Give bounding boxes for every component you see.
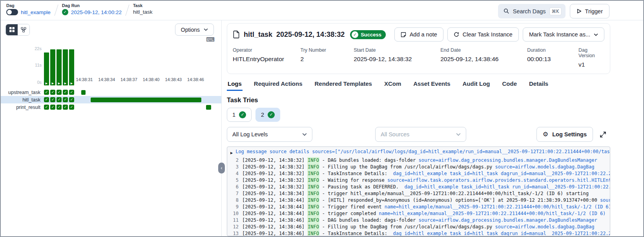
- tabs: LogsRequired ActionsRendered TemplatesXC…: [227, 79, 610, 91]
- play-icon: ▶: [69, 82, 74, 85]
- tab-logs[interactable]: Logs: [227, 79, 243, 91]
- graph-view-button[interactable]: [18, 24, 29, 35]
- try-number: 2: [261, 112, 264, 118]
- log-link[interactable]: dag_id=hitl_example: [404, 184, 458, 190]
- success-square-icon[interactable]: ✓: [69, 90, 74, 95]
- dag-link[interactable]: hitl_example: [21, 9, 51, 15]
- success-square-icon[interactable]: ✓: [50, 105, 55, 110]
- log-message: - Filling up the DagBag from /usr/local/…: [322, 224, 595, 230]
- log-link[interactable]: dagrun_id=manual__2025-09-12T21:00:22.21…: [501, 171, 610, 176]
- log-link[interactable]: name=hitl_example/manual__2025-09-12T21:…: [379, 211, 606, 216]
- task-instance-header: hitl_task 2025-09-12, 14:38:32 ✓ Success…: [233, 27, 604, 42]
- trigger-label: Trigger: [585, 8, 603, 14]
- fullscreen-button[interactable]: [595, 127, 610, 142]
- search-dags-label: Search Dags: [513, 8, 546, 14]
- log-link[interactable]: source=airflow.task.operators.airflow.pr…: [387, 177, 610, 183]
- panel-resize-handle[interactable]: ‹: [218, 163, 225, 174]
- log-link[interactable]: dag_id=hitl_example: [393, 171, 447, 176]
- log-summary-text: Log message source details sources=["/us…: [235, 148, 610, 156]
- log-link[interactable]: task_id=hitl_task: [450, 231, 498, 236]
- task-row-hitl_task[interactable]: hitl_task✓✓✓✓✓: [1, 96, 221, 103]
- duration-bar[interactable]: ▶: [63, 49, 68, 85]
- try-button-1[interactable]: 1✓: [227, 108, 252, 122]
- task-attempt-checks: ✓✓✓✓✓: [44, 105, 74, 110]
- log-source-select[interactable]: All Sources: [375, 127, 466, 142]
- success-square-icon[interactable]: ✓: [63, 105, 68, 110]
- status-label: Success: [361, 32, 381, 38]
- tab-rendered-templates[interactable]: Rendered Templates: [314, 79, 372, 91]
- success-square-icon[interactable]: ✓: [50, 90, 55, 95]
- grid-view-button[interactable]: [6, 24, 18, 35]
- meta-column: Start Date2025-09-12, 14:38:32: [354, 47, 440, 68]
- play-icon: ▶: [50, 82, 55, 85]
- log-link[interactable]: source=airflow.dag_processing.bundles.ma…: [419, 217, 597, 223]
- success-square-icon[interactable]: ✓: [69, 105, 74, 110]
- dag-run-link[interactable]: 2025-09-12, 14:00:22: [71, 9, 122, 15]
- task-row-print_result[interactable]: print_result✓✓✓✓✓: [1, 103, 221, 111]
- tab-xcom[interactable]: XCom: [383, 79, 402, 91]
- log-link[interactable]: task_id=hitl_task: [450, 171, 498, 176]
- duration-bar[interactable]: ▶: [44, 52, 49, 85]
- gear-icon: ⚙: [543, 131, 548, 137]
- meta-label: Start Date: [354, 47, 440, 53]
- meta-column: OperatorHITLEntryOperator: [233, 47, 301, 68]
- add-note-button[interactable]: Add a note: [394, 27, 443, 42]
- chevron-down-icon: [456, 133, 461, 136]
- success-square-icon[interactable]: ✓: [57, 90, 62, 95]
- success-square-icon[interactable]: ✓: [69, 97, 74, 102]
- search-dags-button[interactable]: Search Dags ⌘K: [498, 4, 566, 18]
- tab-asset-events[interactable]: Asset Events: [412, 79, 451, 91]
- mark-task-instance-as-button[interactable]: Mark Task Instance as...: [523, 27, 604, 42]
- options-label: Options: [181, 27, 200, 33]
- log-line-number: 2: [230, 157, 239, 164]
- options-button[interactable]: Options: [175, 24, 214, 36]
- log-summary-line[interactable]: ▶ Log message source details sources=["/…: [227, 148, 610, 157]
- keyboard-shortcuts-icon[interactable]: ⌨: [206, 36, 215, 43]
- log-level-select[interactable]: All Log Levels: [227, 127, 312, 142]
- gantt-bar[interactable]: [206, 105, 211, 110]
- success-square-icon[interactable]: ✓: [57, 105, 62, 110]
- success-square-icon[interactable]: ✓: [57, 97, 62, 102]
- tab-code[interactable]: Code: [501, 79, 518, 91]
- try-button-2[interactable]: 2✓: [255, 108, 280, 122]
- duration-bar[interactable]: ▶: [57, 49, 62, 85]
- duration-bar[interactable]: ▶: [50, 49, 55, 85]
- log-settings-button[interactable]: ⚙ Log Settings: [536, 127, 593, 142]
- log-link[interactable]: run_id=manual__2025-09-12T21:00:22.21144: [512, 184, 610, 190]
- log-link[interactable]: dagrun_id=manual__2025-09-12T21:00:22.21…: [501, 231, 610, 236]
- success-square-icon[interactable]: ✓: [63, 90, 68, 95]
- log-line-number: 12: [230, 224, 239, 230]
- time-axis-label: 14:38:34: [96, 77, 117, 82]
- log-link[interactable]: source=airflow.models.dagbag.DagBag: [495, 164, 595, 170]
- tab-details[interactable]: Details: [528, 79, 549, 91]
- success-square-icon[interactable]: ✓: [50, 97, 55, 102]
- clear-task-instance-button[interactable]: Clear Task Instance: [447, 27, 519, 42]
- trigger-button[interactable]: Trigger: [570, 4, 609, 18]
- task-row-upstream_task[interactable]: upstream_task✓✓✓✓✓: [1, 89, 221, 96]
- duration-axis-label: 0s: [28, 80, 42, 85]
- log-link[interactable]: name=hitl_example/manual__2025-09-12T21:…: [385, 204, 610, 210]
- success-square-icon[interactable]: ✓: [63, 97, 68, 102]
- success-square-icon[interactable]: ✓: [44, 105, 49, 110]
- log-link[interactable]: task_id=hitl_task: [461, 184, 509, 190]
- gantt-bar[interactable]: [81, 90, 86, 95]
- meta-value: 2: [301, 56, 354, 63]
- success-check-icon: ✓: [239, 111, 246, 118]
- log-line-number: 3: [230, 164, 239, 170]
- log-line: 6[2025-09-12, 14:38:32]INFO- Pausing tas…: [227, 184, 610, 190]
- dag-pause-toggle[interactable]: [6, 9, 18, 15]
- task-name: hitl_task: [133, 9, 153, 15]
- success-square-icon[interactable]: ✓: [44, 90, 49, 95]
- success-square-icon[interactable]: ✓: [44, 97, 49, 102]
- tab-required-actions[interactable]: Required Actions: [253, 79, 303, 91]
- log-settings-label: Log Settings: [552, 131, 587, 137]
- tab-audit-log[interactable]: Audit Log: [462, 79, 491, 91]
- log-link[interactable]: source=airflow.dag_processing.bundles.ma…: [419, 157, 597, 163]
- log-message: - DAG bundles loaded: dags-folder source…: [322, 157, 597, 164]
- log-text: - Pausing task as DEFERRED.: [322, 184, 405, 190]
- log-link[interactable]: source=ai: [600, 197, 610, 203]
- log-link[interactable]: dag_id=hitl_example: [393, 231, 447, 236]
- gantt-bar[interactable]: [91, 98, 202, 102]
- success-check-icon: ✓: [352, 31, 358, 38]
- log-link[interactable]: source=airflow.models.dagbag.DagBag: [495, 224, 595, 230]
